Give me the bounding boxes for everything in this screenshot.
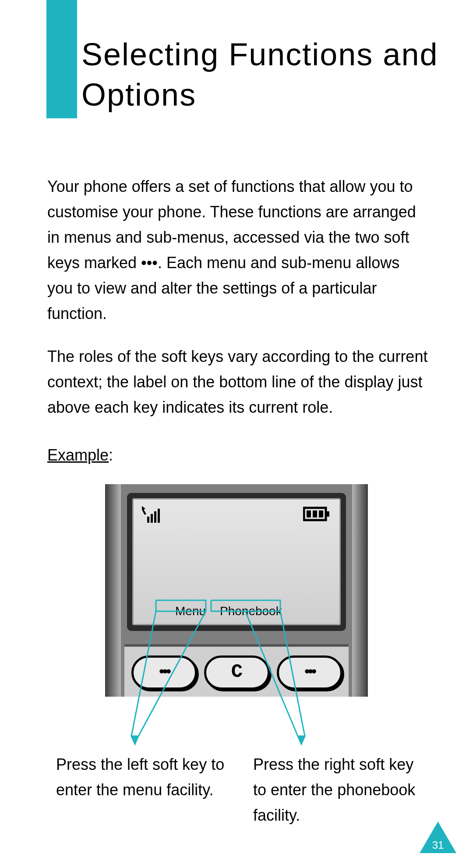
svg-rect-3 bbox=[154, 511, 156, 523]
softkey-label-row: Menu Phonebook bbox=[137, 604, 336, 622]
svg-marker-0 bbox=[142, 506, 146, 515]
svg-rect-4 bbox=[158, 509, 160, 523]
svg-marker-15 bbox=[298, 736, 305, 744]
svg-marker-12 bbox=[131, 736, 138, 744]
example-label: Example: bbox=[47, 446, 113, 464]
softkey-marker-glyph: ••• bbox=[141, 254, 158, 272]
page-title: Selecting Functions and Options bbox=[81, 34, 473, 115]
svg-rect-1 bbox=[147, 517, 149, 523]
phone-side-left bbox=[105, 484, 121, 697]
manual-page: Selecting Functions and Options Your pho… bbox=[0, 0, 473, 868]
page-number: 31 bbox=[420, 832, 456, 853]
status-bar bbox=[137, 503, 336, 525]
paragraph-2: The roles of the soft keys vary accordin… bbox=[47, 344, 433, 420]
clear-key-label: C bbox=[231, 661, 243, 683]
example-label-text: Example bbox=[47, 446, 109, 464]
battery-icon bbox=[303, 506, 330, 522]
softkey-label-left: Menu bbox=[175, 604, 206, 618]
svg-rect-8 bbox=[313, 510, 317, 517]
right-soft-key: ••• bbox=[277, 655, 342, 690]
svg-rect-9 bbox=[319, 510, 323, 517]
svg-rect-6 bbox=[326, 511, 329, 517]
header-accent-bar bbox=[46, 0, 77, 118]
caption-right-softkey: Press the right soft key to enter the ph… bbox=[253, 752, 428, 828]
caption-left-softkey: Press the left soft key to enter the men… bbox=[56, 752, 231, 803]
phone-illustration: Menu Phonebook ••• C ••• bbox=[105, 484, 368, 697]
left-soft-key: ••• bbox=[131, 655, 197, 690]
phone-keypad-row: ••• C ••• bbox=[124, 644, 349, 697]
dots-icon: ••• bbox=[159, 663, 169, 680]
svg-rect-7 bbox=[307, 510, 311, 517]
softkey-label-right: Phonebook bbox=[220, 604, 282, 618]
callout-lines bbox=[0, 0, 473, 868]
phone-side-right bbox=[352, 484, 368, 697]
dots-icon: ••• bbox=[304, 663, 315, 680]
signal-icon bbox=[141, 505, 167, 524]
paragraph-1: Your phone offers a set of functions tha… bbox=[47, 174, 428, 326]
svg-rect-2 bbox=[151, 514, 153, 523]
clear-key: C bbox=[204, 655, 270, 690]
